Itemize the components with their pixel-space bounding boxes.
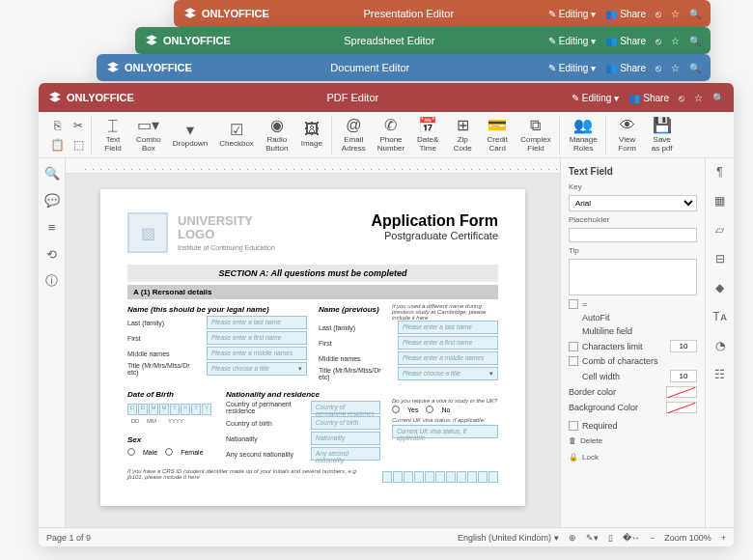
email-button[interactable]: @Email Adress <box>338 115 370 155</box>
nationality-field[interactable]: Nationality <box>311 432 380 445</box>
checkbox-button[interactable]: ☑Checkbox <box>215 119 258 151</box>
university-logo-text: UNIVERSITYLOGO <box>178 214 275 242</box>
charlimit-input[interactable] <box>670 340 697 352</box>
open-loc-icon[interactable]: ⎋ <box>655 9 661 19</box>
prev-last-field[interactable]: Please enter a last name <box>398 321 498 334</box>
track-icon[interactable]: ✎▾ <box>586 533 599 543</box>
editing-mode[interactable]: ✎ Editing ▾ <box>572 93 620 103</box>
share-button[interactable]: 👥 Share <box>605 9 646 19</box>
credit-card-button[interactable]: 💳Credit Card <box>482 115 513 155</box>
document-page: ▧ UNIVERSITYLOGO Institute of Continuing… <box>100 189 525 506</box>
zoom-in[interactable]: + <box>721 533 726 543</box>
view-form-button[interactable]: 👁View Form <box>612 115 643 155</box>
select-icon[interactable]: ⬚ <box>70 136 87 154</box>
zoom-out[interactable]: − <box>650 533 655 543</box>
last-name-field[interactable]: Please enter a last name <box>207 316 307 329</box>
complex-button[interactable]: ⧉Complex Field <box>516 115 555 155</box>
editing-mode[interactable]: ✎ Editing ▾ <box>548 9 597 19</box>
visa-no-radio[interactable] <box>426 406 433 413</box>
dob-cells[interactable]: DDMMYYYY <box>127 404 214 415</box>
open-loc-icon[interactable]: ⎋ <box>655 63 661 73</box>
search-icon[interactable]: 🔍 <box>689 9 701 19</box>
share-button[interactable]: 👥 Share <box>605 36 646 46</box>
border-color[interactable] <box>666 386 697 398</box>
male-radio[interactable] <box>127 448 135 456</box>
share-button[interactable]: 👥 Share <box>605 63 646 73</box>
table-settings-icon[interactable]: ▦ <box>712 193 728 209</box>
save-pdf-button[interactable]: 💾Save as pdf <box>647 115 678 155</box>
search-icon[interactable]: 🔍 <box>689 63 701 73</box>
fit-width-icon[interactable]: �↔ <box>623 533 640 543</box>
visa-status-field[interactable]: Current UK visa status, if applicable <box>392 425 498 438</box>
comb-check[interactable] <box>569 356 578 366</box>
document-titlebar: ONLYOFFICE Document Editor ✎ Editing ▾ 👥… <box>97 54 711 81</box>
zoom-level[interactable]: Zoom 100% <box>664 533 711 543</box>
dropdown-button[interactable]: ▾Dropdown <box>169 119 211 151</box>
image-icon: 🖼 <box>303 121 321 138</box>
copy-icon[interactable]: ⎘ <box>48 117 66 134</box>
key-select[interactable]: Arial <box>569 195 697 211</box>
female-radio[interactable] <box>165 448 173 456</box>
headings-icon[interactable]: ≡ <box>43 218 61 236</box>
editing-mode[interactable]: ✎ Editing ▾ <box>548 63 597 73</box>
shape-settings-icon[interactable]: ◆ <box>712 280 728 295</box>
open-loc-icon[interactable]: ⎋ <box>679 93 684 103</box>
lock-button[interactable]: 🔒 Lock <box>569 451 697 463</box>
comments-icon[interactable]: 💬 <box>43 191 61 209</box>
tip-input[interactable] <box>569 259 697 295</box>
middle-name-field[interactable]: Please enter a middle names <box>207 347 307 360</box>
search-icon[interactable]: 🔍 <box>712 93 724 103</box>
open-loc-icon[interactable]: ⎋ <box>655 36 661 46</box>
text-settings-icon[interactable]: Tᴀ <box>712 309 728 324</box>
feedback-icon[interactable]: ⟲ <box>43 245 61 263</box>
fit-page-icon[interactable]: ▯ <box>608 533 613 543</box>
language-select[interactable]: English (United Kindom) ▾ <box>458 533 559 543</box>
charlimit-check[interactable] <box>569 342 578 351</box>
search-icon[interactable]: 🔍 <box>43 164 61 182</box>
delete-button[interactable]: 🗑 Delete <box>569 434 697 447</box>
editing-mode[interactable]: ✎ Editing ▾ <box>548 36 597 46</box>
prev-title-select[interactable]: Please choose a title <box>398 367 498 380</box>
cob-field[interactable]: Country of birth <box>311 416 380 430</box>
spellcheck-icon[interactable]: ⊕ <box>569 533 576 543</box>
para-settings-icon[interactable]: ¶ <box>712 164 728 180</box>
text-field-button[interactable]: ⌶Text Field <box>98 115 128 155</box>
prev-middle-field[interactable]: Please enter a middle names <box>398 351 498 365</box>
perm-res-field[interactable]: Country of permanent residence <box>311 401 380 414</box>
cellwidth-input[interactable] <box>670 370 697 382</box>
about-icon[interactable]: ⓘ <box>43 272 61 290</box>
required-check[interactable] <box>569 421 578 431</box>
page-indicator[interactable]: Page 1 of 9 <box>46 533 91 543</box>
star-icon[interactable]: ☆ <box>671 63 680 73</box>
second-nat-field[interactable]: Any second nationality <box>311 447 380 461</box>
image-settings-icon[interactable]: ▱ <box>712 222 728 238</box>
radio-button-button[interactable]: ◉Radio Button <box>262 115 293 155</box>
date-time-button[interactable]: 📅Date& Time <box>412 115 443 155</box>
header-settings-icon[interactable]: ⊟ <box>712 251 728 266</box>
combo-box-button[interactable]: ▭▾Combo Box <box>132 115 165 155</box>
eq-check[interactable] <box>569 299 578 309</box>
paste-icon[interactable]: 📋 <box>48 136 66 154</box>
star-icon[interactable]: ☆ <box>671 9 680 19</box>
zip-button[interactable]: ⊞Zip Code <box>447 115 478 155</box>
title-select[interactable]: Please choose a title <box>207 362 307 376</box>
crs-cells[interactable] <box>382 471 498 483</box>
star-icon[interactable]: ☆ <box>694 93 703 103</box>
image-placeholder[interactable]: ▧ <box>127 212 168 253</box>
star-icon[interactable]: ☆ <box>671 36 680 46</box>
bg-color[interactable] <box>666 402 697 413</box>
cut-icon[interactable]: ✂ <box>70 117 87 134</box>
search-icon[interactable]: 🔍 <box>689 36 701 46</box>
placeholder-input[interactable] <box>569 228 697 242</box>
prev-first-field[interactable]: Please enter a first name <box>398 336 498 350</box>
manage-roles-button[interactable]: 👥Manage Roles <box>566 115 601 155</box>
presentation-titlebar: ONLYOFFICE Presentation Editor ✎ Editing… <box>174 0 711 27</box>
image-button[interactable]: 🖼Image <box>296 119 327 151</box>
visa-yes-radio[interactable] <box>392 406 400 413</box>
phone-button[interactable]: ✆Phone Number <box>374 115 408 155</box>
form-settings-icon[interactable]: ☷ <box>712 367 728 382</box>
phone-icon: ✆ <box>382 117 400 134</box>
first-name-field[interactable]: Please enter a first name <box>207 331 307 345</box>
share-button[interactable]: 👥 Share <box>628 93 669 103</box>
chart-settings-icon[interactable]: ◔ <box>712 338 728 353</box>
